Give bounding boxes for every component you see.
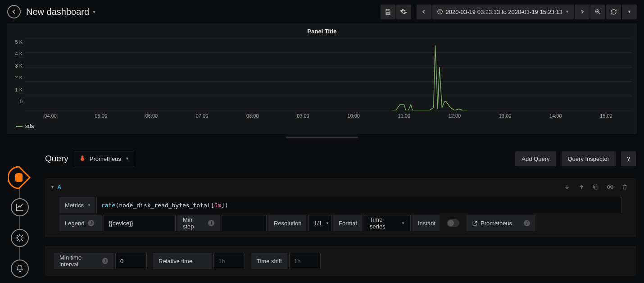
zoom-out-icon: [594, 9, 601, 15]
section-title: Query: [45, 154, 68, 164]
resolution-select[interactable]: 1/1 ▼: [308, 215, 331, 231]
dashboard-title-dropdown[interactable]: New dashboard ▼: [26, 7, 96, 17]
legend-input[interactable]: {{device}}: [104, 215, 176, 231]
clock-icon: [437, 9, 443, 15]
move-up-button[interactable]: [576, 181, 587, 193]
min-interval-input[interactable]: 0: [115, 253, 147, 269]
legend-color-swatch: [16, 126, 23, 127]
relative-time-input[interactable]: 1h: [213, 253, 245, 269]
chart-plot-area[interactable]: [25, 38, 631, 110]
relative-time-label: Relative time: [153, 253, 212, 269]
chevron-left-icon: [421, 9, 426, 14]
time-range-text: 2020-03-19 03:23:13 to 2020-03-19 15:23:…: [446, 9, 563, 15]
resolution-label: Resolution: [268, 215, 306, 231]
legend-label: Legend i: [59, 215, 102, 231]
min-interval-label: Min time interval i: [54, 253, 113, 269]
graph-panel: Panel Title 5 K4 K3 K2 K1 K0 04:0005:000…: [7, 23, 637, 134]
settings-button[interactable]: [396, 5, 411, 19]
svg-point-10: [18, 236, 22, 240]
bug-icon: [15, 233, 24, 242]
duplicate-button[interactable]: [590, 181, 602, 193]
editor-tabs: [8, 166, 32, 278]
tab-alert[interactable]: [11, 260, 29, 278]
time-back-button[interactable]: [417, 5, 431, 19]
move-down-button[interactable]: [561, 181, 573, 193]
chevron-right-icon: [580, 9, 585, 14]
caret-down-icon: ▼: [125, 156, 129, 161]
dashboard-title: New dashboard: [26, 7, 89, 17]
refresh-interval-button[interactable]: ▼: [622, 5, 637, 19]
refresh-button[interactable]: [606, 5, 621, 19]
refresh-icon: [610, 9, 617, 15]
prometheus-icon: [79, 155, 86, 162]
save-button[interactable]: [381, 5, 395, 19]
query-id: A: [57, 184, 61, 191]
help-button[interactable]: ?: [621, 151, 636, 166]
query-expression-input[interactable]: rate(node_disk_read_bytes_total[5m]): [96, 197, 621, 213]
info-icon[interactable]: i: [102, 258, 108, 264]
gear-icon: [400, 8, 407, 15]
time-shift-input[interactable]: 1h: [289, 253, 321, 269]
instant-toggle[interactable]: [441, 215, 465, 231]
time-forward-button[interactable]: [575, 5, 590, 19]
bell-icon: [16, 265, 24, 273]
min-step-input[interactable]: [222, 215, 267, 231]
format-select[interactable]: Time series ▼: [364, 215, 411, 231]
datasource-name: Prometheus: [90, 155, 121, 162]
time-range-picker[interactable]: 2020-03-19 03:23:13 to 2020-03-19 15:23:…: [432, 5, 574, 19]
save-icon: [385, 9, 391, 15]
caret-down-icon: ▼: [92, 9, 96, 14]
caret-down-icon: ▼: [627, 9, 631, 14]
y-axis: 5 K4 K3 K2 K1 K0: [13, 38, 25, 110]
query-inspector-button[interactable]: Query Inspector: [562, 151, 616, 166]
toggle-visibility-button[interactable]: [604, 181, 616, 193]
tab-visualization[interactable]: [11, 198, 29, 216]
x-axis: 04:0005:0006:0007:0008:0009:0010:0011:00…: [25, 110, 631, 119]
chart-legend[interactable]: sda: [16, 123, 631, 129]
info-icon[interactable]: i: [208, 220, 214, 226]
datasource-help-link[interactable]: Prometheus i: [467, 215, 535, 231]
time-options: Min time interval i 0 Relative time 1h T…: [45, 246, 636, 276]
tab-general[interactable]: [11, 229, 29, 247]
info-icon[interactable]: i: [88, 220, 94, 226]
chart-icon: [15, 203, 24, 212]
svg-point-12: [609, 186, 611, 188]
panel-resize-handle[interactable]: [286, 137, 358, 138]
svg-rect-0: [387, 12, 389, 14]
external-link-icon: [472, 220, 478, 226]
tab-queries[interactable]: [8, 166, 32, 189]
time-shift-label: Time shift: [251, 253, 287, 269]
info-icon[interactable]: i: [524, 220, 530, 226]
delete-query-button[interactable]: [619, 181, 630, 193]
query-editor: Query Prometheus ▼ Add Query Query Inspe…: [45, 151, 636, 276]
svg-rect-11: [595, 186, 598, 189]
query-row: ▼ A Metrics ▼ rate(node_disk_read_bytes_…: [45, 178, 636, 237]
min-step-label: Min step i: [177, 215, 220, 231]
metrics-dropdown[interactable]: Metrics ▼: [59, 197, 95, 213]
top-bar: New dashboard ▼ 2020-03-19 03:23:13 to 2…: [0, 0, 644, 23]
instant-label: Instant: [413, 215, 440, 231]
caret-down-icon: ▼: [565, 9, 569, 14]
panel-title: Panel Title: [13, 28, 631, 35]
collapse-toggle[interactable]: ▼: [50, 185, 54, 189]
database-icon: [14, 172, 24, 183]
format-label: Format: [333, 215, 362, 231]
legend-label: sda: [25, 123, 34, 129]
back-button[interactable]: [7, 5, 21, 18]
zoom-out-button[interactable]: [590, 5, 605, 19]
add-query-button[interactable]: Add Query: [515, 151, 556, 166]
datasource-picker[interactable]: Prometheus ▼: [74, 151, 134, 166]
